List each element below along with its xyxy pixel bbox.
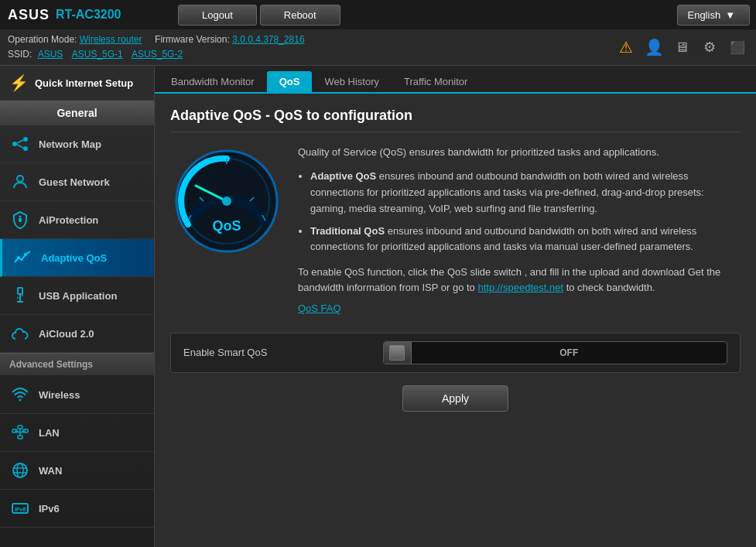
network-map-icon: [9, 133, 31, 155]
advanced-settings-divider: Advanced Settings: [0, 353, 154, 376]
op-mode-value[interactable]: Wireless router: [80, 34, 142, 45]
svg-point-7: [19, 216, 22, 218]
ipv6-label: IPv6: [39, 503, 60, 515]
intro-text: Quality of Service (QoS) ensures bandwid…: [298, 145, 741, 161]
aiprotection-icon: [9, 209, 31, 231]
lightning-icon: ⚡: [9, 74, 29, 92]
adaptive-qos-label: Adaptive QoS: [41, 252, 107, 264]
reboot-button[interactable]: Reboot: [260, 5, 340, 26]
traditional-qos-bold: Traditional QoS: [310, 225, 385, 237]
qos-faq-link[interactable]: QoS FAQ: [298, 301, 741, 317]
usb-icon[interactable]: ⚙: [699, 36, 720, 58]
logo-area: ASUS RT-AC3200: [0, 7, 178, 23]
sidebar-item-wireless[interactable]: Wireless: [0, 376, 154, 414]
svg-line-4: [17, 145, 23, 148]
tab-qos[interactable]: QoS: [267, 71, 313, 92]
quick-internet-setup[interactable]: ⚡ Quick Internet Setup: [0, 66, 154, 101]
toggle-off-label: OFF: [412, 347, 727, 358]
sidebar-item-aiprotection[interactable]: AiProtection: [0, 201, 154, 239]
svg-text:QoS: QoS: [212, 218, 241, 234]
sidebar: ⚡ Quick Internet Setup General Network M…: [0, 66, 155, 547]
guest-network-icon: [9, 171, 31, 193]
model-name: RT-AC3200: [56, 8, 121, 22]
ssid1[interactable]: ASUS: [38, 49, 63, 60]
qos-gauge-image: QoS: [170, 145, 282, 257]
language-label: English: [687, 9, 720, 21]
aicloud-label: AiCloud 2.0: [39, 328, 94, 340]
content-area: Bandwidth Monitor QoS Web History Traffi…: [155, 66, 756, 547]
network-icon[interactable]: ⬛: [727, 36, 748, 58]
firmware-label: Firmware Version:: [155, 34, 230, 45]
ssid-text: SSID: ASUS ASUS_5G-1 ASUS_5G-2: [8, 47, 600, 62]
wan-label: WAN: [39, 465, 62, 477]
network-map-label: Network Map: [39, 138, 101, 150]
tab-traffic-monitor[interactable]: Traffic Monitor: [392, 71, 480, 92]
lan-label: LAN: [39, 427, 60, 439]
svg-rect-10: [18, 288, 22, 294]
language-selector[interactable]: English ▼: [677, 5, 750, 26]
chevron-down-icon: ▼: [725, 9, 735, 21]
svg-rect-17: [18, 426, 22, 429]
general-section-header: General: [0, 101, 154, 125]
ipv6-icon: IPv6: [9, 497, 31, 519]
apply-button-row: Apply: [170, 385, 741, 412]
header-buttons: Logout Reboot: [178, 5, 677, 26]
svg-point-15: [19, 399, 22, 402]
firmware-value[interactable]: 3.0.0.4.378_2816: [232, 34, 304, 45]
sidebar-item-aicloud[interactable]: AiCloud 2.0: [0, 315, 154, 353]
warning-icon[interactable]: ⚠: [615, 36, 637, 58]
sidebar-item-lan[interactable]: LAN: [0, 414, 154, 452]
enable-text: To enable QoS function, click the QoS sl…: [298, 265, 741, 295]
svg-point-9: [24, 253, 27, 256]
info-bar: Operation Mode: Wireless router Firmware…: [0, 29, 756, 66]
tab-web-history[interactable]: Web History: [312, 71, 392, 92]
wireless-icon: [9, 384, 31, 405]
sidebar-item-ipv6[interactable]: IPv6 IPv6: [0, 490, 154, 528]
sidebar-item-network-map[interactable]: Network Map: [0, 125, 154, 163]
smart-qos-setting-row: Enable Smart QoS OFF: [170, 333, 741, 373]
svg-line-3: [17, 140, 23, 143]
operation-mode-text: Operation Mode: Wireless router Firmware…: [8, 32, 600, 47]
page-title: Adaptive QoS - QoS to configuration: [170, 108, 741, 132]
quick-setup-label: Quick Internet Setup: [35, 77, 133, 89]
svg-point-32: [222, 197, 231, 206]
svg-point-0: [12, 142, 17, 146]
svg-text:IPv6: IPv6: [15, 507, 26, 512]
tab-bandwidth-monitor[interactable]: Bandwidth Monitor: [159, 71, 267, 92]
svg-point-5: [17, 176, 23, 182]
aiprotection-label: AiProtection: [39, 214, 98, 226]
sidebar-item-guest-network[interactable]: Guest Network: [0, 163, 154, 201]
smart-qos-label: Enable Smart QoS: [183, 347, 374, 358]
smart-qos-toggle[interactable]: OFF: [383, 341, 728, 364]
info-bar-left: Operation Mode: Wireless router Firmware…: [8, 32, 600, 62]
sidebar-item-wan[interactable]: WAN: [0, 452, 154, 490]
tabs-bar: Bandwidth Monitor QoS Web History Traffi…: [155, 66, 756, 94]
lan-icon: [9, 422, 31, 443]
svg-point-23: [13, 463, 27, 477]
adaptive-qos-icon: [12, 247, 33, 268]
svg-rect-6: [19, 218, 22, 222]
ssid2[interactable]: ASUS_5G-1: [72, 49, 123, 60]
toggle-handle: [384, 342, 412, 364]
svg-point-24: [17, 463, 23, 477]
sidebar-item-adaptive-qos[interactable]: Adaptive QoS: [0, 239, 154, 277]
user-icon[interactable]: 👤: [643, 36, 665, 58]
monitor-icon[interactable]: 🖥: [671, 36, 693, 58]
header: ASUS RT-AC3200 Logout Reboot English ▼: [0, 0, 756, 29]
aicloud-icon: [9, 323, 31, 344]
main-layout: ⚡ Quick Internet Setup General Network M…: [0, 66, 756, 547]
usb-application-label: USB Application: [39, 290, 117, 302]
speedtest-link[interactable]: http://speedtest.net: [477, 282, 563, 293]
apply-button[interactable]: Apply: [402, 385, 508, 412]
logout-button[interactable]: Logout: [178, 5, 257, 26]
qos-description: Quality of Service (QoS) ensures bandwid…: [298, 145, 741, 317]
info-section: QoS Quality of Service (QoS) ensures ban…: [170, 145, 741, 317]
usb-application-icon: [9, 285, 31, 306]
svg-point-2: [23, 146, 28, 151]
wireless-label: Wireless: [39, 389, 80, 401]
enable-text-2: to check bandwidth.: [563, 282, 655, 293]
guest-network-label: Guest Network: [39, 176, 110, 188]
ssid3[interactable]: ASUS_5G-2: [132, 49, 183, 60]
svg-rect-19: [18, 436, 22, 439]
sidebar-item-usb-application[interactable]: USB Application: [0, 277, 154, 315]
